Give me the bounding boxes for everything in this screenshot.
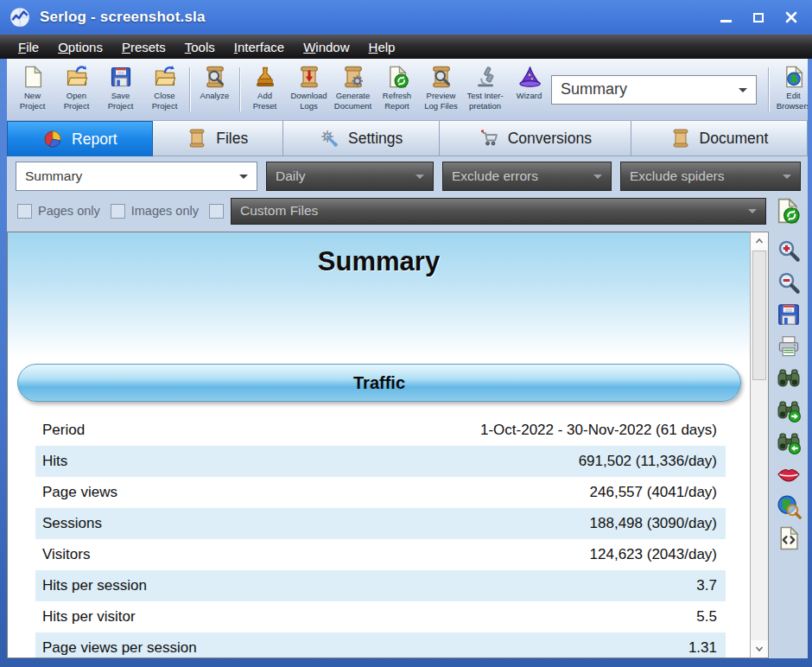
tab-label: Settings (348, 130, 403, 148)
row-value: 3.7 (696, 577, 717, 594)
scroll-up-button[interactable] (751, 232, 768, 250)
download-logs-icon (297, 65, 321, 89)
find-next-icon (776, 397, 802, 423)
window-title: Serlog - screenshot.sla (40, 9, 719, 26)
chevron-down-icon (739, 88, 747, 97)
row-label: Hits per session (42, 577, 147, 594)
new-project-button[interactable]: New Project (10, 60, 54, 118)
chevron-down-icon (753, 643, 765, 655)
find-button[interactable] (774, 365, 803, 392)
print-report-button[interactable] (774, 333, 803, 360)
table-row: Visitors124,623 (2043/day) (35, 539, 726, 570)
generate-document-button[interactable]: Generate Document (331, 60, 375, 118)
new-project-icon (21, 65, 45, 89)
spiders-filter-select[interactable]: Exclude spiders (620, 162, 801, 191)
report-type-select[interactable]: Summary (16, 162, 257, 191)
report-header: Summary (8, 232, 750, 362)
refresh-report-button[interactable]: Refresh Report (375, 60, 419, 118)
section-header-traffic: Traffic (17, 364, 741, 402)
toolbar-separator (239, 67, 240, 111)
menu-presets[interactable]: Presets (112, 37, 175, 57)
close-project-icon (153, 65, 177, 89)
custom-files-value: Custom Files (240, 203, 318, 219)
find-icon (776, 365, 802, 391)
custom-files-checkbox[interactable] (209, 204, 224, 219)
save-report-button[interactable] (774, 301, 803, 328)
chevron-up-icon (753, 235, 765, 247)
edit-browsers-icon (782, 65, 806, 89)
menu-help[interactable]: Help (359, 37, 405, 57)
tab-label: Conversions (508, 130, 592, 148)
zoom-out-icon (776, 270, 802, 295)
menu-tools[interactable]: Tools (175, 37, 225, 57)
print-report-icon (776, 334, 802, 359)
app-window: Serlog - screenshot.sla FileOptionsPrese… (0, 0, 812, 667)
edit-browsers-label: Edit Browsers (777, 91, 808, 111)
minimize-button[interactable] (719, 10, 733, 24)
scroll-track[interactable] (751, 381, 768, 640)
spiders-filter-value: Exclude spiders (630, 168, 724, 184)
zoom-out-button[interactable] (774, 269, 803, 296)
scroll-thumb[interactable] (752, 251, 766, 380)
wizard-button[interactable]: Wizard (507, 60, 551, 118)
tab-settings[interactable]: Settings (283, 121, 440, 156)
preview-log-files-icon (429, 65, 454, 89)
find-previous-icon (776, 429, 802, 455)
preview-log-files-label: Preview Log Files (424, 91, 458, 111)
menu-window[interactable]: Window (294, 37, 358, 57)
tab-document[interactable]: Document (631, 121, 808, 156)
save-project-button[interactable]: Save Project (98, 60, 143, 118)
custom-files-select[interactable]: Custom Files (231, 198, 766, 225)
report-side-toolbar (769, 232, 808, 658)
zoom-in-button[interactable] (774, 237, 803, 264)
view-source-button[interactable] (774, 524, 803, 552)
tab-conversions[interactable]: Conversions (440, 121, 631, 156)
row-value: 124,623 (2043/day) (590, 546, 717, 563)
refresh-custom-files-button[interactable] (773, 197, 801, 225)
vertical-scrollbar[interactable] (750, 232, 769, 658)
speak-button[interactable] (774, 461, 803, 488)
tab-report[interactable]: Report (7, 121, 153, 156)
open-project-label: Open Project (64, 91, 90, 111)
maximize-button[interactable] (752, 10, 765, 24)
analyze-button[interactable]: Analyze (193, 60, 237, 118)
tab-label: Document (700, 130, 769, 148)
images-only-checkbox[interactable] (111, 204, 125, 219)
find-previous-button[interactable] (774, 429, 803, 456)
close-button[interactable] (784, 10, 798, 24)
errors-filter-select[interactable]: Exclude errors (442, 162, 612, 191)
filter-panel: SummaryDailyExclude errorsExclude spider… (7, 156, 808, 232)
report-tab-icon (42, 129, 63, 149)
period-select[interactable]: Daily (266, 162, 434, 191)
period-value: Daily (276, 168, 305, 184)
report-combobox[interactable]: Summary (551, 75, 757, 105)
close-project-button[interactable]: Close Project (143, 60, 187, 118)
conversions-tab-icon (479, 128, 499, 149)
find-next-button[interactable] (774, 397, 803, 424)
pages-only-checkbox[interactable] (17, 204, 32, 219)
chevron-down-icon (783, 175, 791, 183)
menu-options[interactable]: Options (48, 37, 112, 57)
open-project-button[interactable]: Open Project (54, 60, 98, 118)
app-icon (9, 6, 31, 29)
add-preset-icon (253, 65, 277, 89)
report-table: Period1-Oct-2022 - 30-Nov-2022 (61 days)… (35, 415, 726, 658)
download-logs-button[interactable]: Download Logs (287, 60, 331, 118)
web-lookup-button[interactable] (774, 492, 803, 520)
close-icon (785, 11, 797, 23)
preview-log-files-button[interactable]: Preview Log Files (419, 60, 463, 118)
table-row: Hits per visitor5.5 (35, 601, 726, 632)
filter-row-checkboxes: Pages onlyImages only Custom Files (10, 196, 804, 228)
tab-files[interactable]: Files (153, 121, 283, 156)
report-combobox-value: Summary (561, 80, 627, 98)
row-label: Page views per session (42, 639, 197, 657)
test-interpretation-button[interactable]: Test Inter- pretation (463, 60, 507, 118)
chevron-down-icon (416, 175, 424, 183)
menu-file[interactable]: File (9, 37, 48, 57)
add-preset-button[interactable]: Add Preset (243, 60, 287, 118)
titlebar: Serlog - screenshot.sla (0, 0, 812, 35)
menu-interface[interactable]: Interface (225, 37, 294, 57)
scroll-down-button[interactable] (751, 640, 768, 657)
row-label: Page views (42, 484, 117, 501)
edit-browsers-button[interactable]: Edit Browsers (771, 60, 808, 118)
